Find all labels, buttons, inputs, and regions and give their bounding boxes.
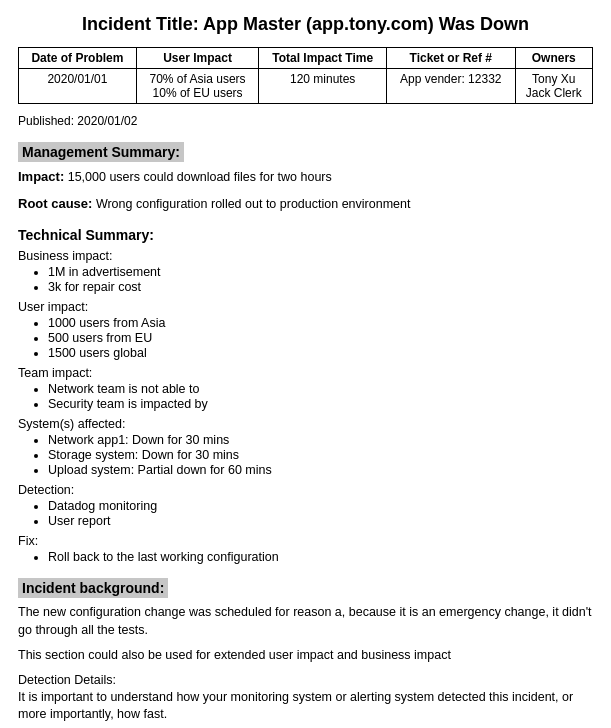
business-impact-label: Business impact:: [18, 249, 593, 263]
list-item: Storage system: Down for 30 mins: [48, 448, 593, 462]
incident-background-para2: This section could also be used for exte…: [18, 647, 593, 665]
team-impact-list: Network team is not able to Security tea…: [18, 382, 593, 411]
detection-label: Detection:: [18, 483, 593, 497]
fix-label: Fix:: [18, 534, 593, 548]
list-item: Network app1: Down for 30 mins: [48, 433, 593, 447]
col-header-user-impact: User Impact: [136, 48, 258, 69]
list-item: 3k for repair cost: [48, 280, 593, 294]
user-impact-label: User impact:: [18, 300, 593, 314]
list-item: Datadog monitoring: [48, 499, 593, 513]
detection-details-label: Detection Details:: [18, 673, 593, 687]
technical-summary-section: Technical Summary: Business impact: 1M i…: [18, 227, 593, 564]
list-item: 500 users from EU: [48, 331, 593, 345]
list-item: 1M in advertisement: [48, 265, 593, 279]
published-date: Published: 2020/01/02: [18, 114, 593, 128]
team-impact-label: Team impact:: [18, 366, 593, 380]
list-item: 1500 users global: [48, 346, 593, 360]
incident-background-para3: It is important to understand how your m…: [18, 689, 593, 724]
col-header-total-impact-time: Total Impact Time: [259, 48, 387, 69]
management-root-cause: Root cause: Wrong configuration rolled o…: [18, 195, 593, 214]
management-impact: Impact: 15,000 users could download file…: [18, 168, 593, 187]
col-header-ticket-ref: Ticket or Ref #: [387, 48, 515, 69]
list-item: Upload system: Partial down for 60 mins: [48, 463, 593, 477]
list-item: User report: [48, 514, 593, 528]
list-item: Roll back to the last working configurat…: [48, 550, 593, 564]
col-header-date: Date of Problem: [19, 48, 137, 69]
page-title: Incident Title: App Master (app.tony.com…: [18, 14, 593, 35]
incident-background-para1: The new configuration change was schedul…: [18, 604, 593, 639]
systems-affected-list: Network app1: Down for 30 mins Storage s…: [18, 433, 593, 477]
cell-owners: Tony Xu Jack Clerk: [515, 69, 593, 104]
management-summary-heading: Management Summary:: [18, 142, 184, 162]
incident-background-heading: Incident background:: [18, 578, 168, 598]
cell-total-impact-time: 120 minutes: [259, 69, 387, 104]
list-item: Security team is impacted by: [48, 397, 593, 411]
fix-list: Roll back to the last working configurat…: [18, 550, 593, 564]
detection-list: Datadog monitoring User report: [18, 499, 593, 528]
technical-summary-heading: Technical Summary:: [18, 227, 593, 243]
col-header-owners: Owners: [515, 48, 593, 69]
table-row: 2020/01/01 70% of Asia users 10% of EU u…: [19, 69, 593, 104]
user-impact-list: 1000 users from Asia 500 users from EU 1…: [18, 316, 593, 360]
info-table: Date of Problem User Impact Total Impact…: [18, 47, 593, 104]
incident-background-section: Incident background: The new configurati…: [18, 578, 593, 728]
list-item: Network team is not able to: [48, 382, 593, 396]
business-impact-list: 1M in advertisement 3k for repair cost: [18, 265, 593, 294]
cell-user-impact: 70% of Asia users 10% of EU users: [136, 69, 258, 104]
systems-affected-label: System(s) affected:: [18, 417, 593, 431]
cell-ticket-ref: App vender: 12332: [387, 69, 515, 104]
list-item: 1000 users from Asia: [48, 316, 593, 330]
management-summary-section: Management Summary: Impact: 15,000 users…: [18, 142, 593, 213]
cell-date: 2020/01/01: [19, 69, 137, 104]
